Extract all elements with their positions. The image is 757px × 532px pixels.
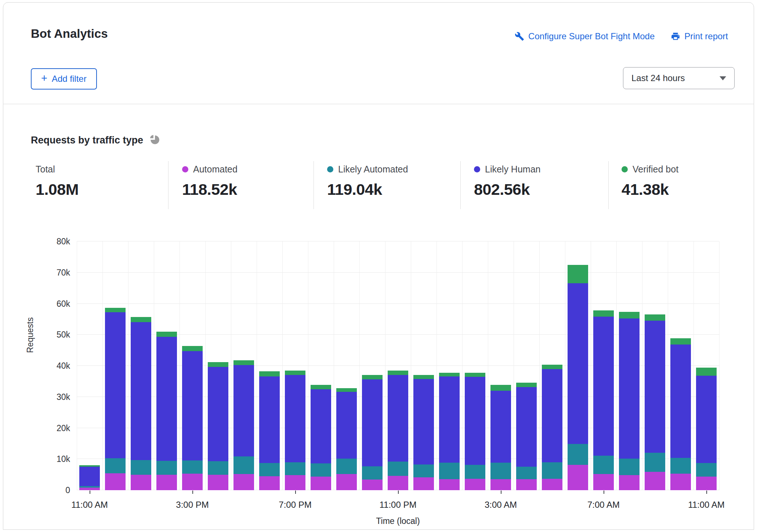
stat-likely-human-value: 802.56k — [474, 181, 540, 198]
verified-bot-segment — [285, 371, 305, 375]
y-tick-label: 70k — [37, 268, 70, 278]
likely-automated-segment — [645, 453, 665, 472]
verified-bot-segment — [645, 314, 665, 321]
automated-segment — [696, 477, 717, 490]
stacked-bar[interactable] — [593, 310, 614, 490]
likely-human-segment — [645, 321, 665, 453]
v-gridline — [359, 241, 360, 490]
likely-automated-segment — [490, 463, 511, 479]
stat-total: Total 1.08M — [36, 164, 79, 198]
time-range-dropdown[interactable]: Last 24 hours — [623, 67, 735, 89]
print-report-label: Print report — [684, 31, 728, 41]
verified-bot-segment — [516, 383, 537, 387]
automated-segment — [311, 477, 331, 490]
x-tick-mark — [398, 491, 399, 494]
likely-automated-segment — [131, 460, 151, 475]
x-tick-label: 7:00 PM — [258, 500, 332, 510]
y-tick-label: 60k — [37, 299, 70, 309]
x-tick-label: 3:00 PM — [156, 500, 229, 510]
stacked-bar[interactable] — [645, 314, 665, 490]
stacked-bar[interactable] — [233, 360, 254, 490]
likely-automated-segment — [439, 463, 460, 479]
stat-verified-bot-label: Verified bot — [633, 164, 678, 175]
x-axis-title: Time (local) — [343, 516, 453, 526]
stacked-bar[interactable] — [131, 317, 151, 490]
y-tick-label: 20k — [37, 423, 70, 433]
page-title: Bot Analytics — [31, 27, 108, 41]
stacked-bar[interactable] — [696, 368, 717, 490]
v-gridline — [308, 241, 308, 490]
likely-automated-segment — [619, 459, 640, 475]
stat-likely-human: Likely Human 802.56k — [474, 164, 540, 198]
stacked-bar[interactable] — [516, 383, 537, 490]
stacked-bar[interactable] — [336, 388, 357, 490]
verified-bot-segment — [593, 310, 614, 317]
verified-bot-segment — [105, 308, 126, 312]
stacked-bar[interactable] — [490, 385, 511, 490]
stat-automated-value: 118.52k — [182, 181, 238, 198]
stacked-bar[interactable] — [79, 465, 100, 490]
stacked-bar[interactable] — [568, 265, 588, 490]
likely-human-segment — [670, 345, 691, 458]
stat-divider — [314, 161, 314, 209]
v-gridline — [128, 241, 128, 490]
add-filter-button[interactable]: + Add filter — [31, 68, 97, 90]
likely-human-segment — [413, 379, 434, 464]
likely-human-segment — [388, 375, 408, 462]
likely-human-segment — [259, 376, 280, 463]
v-gridline — [514, 241, 514, 490]
verified-bot-segment — [542, 365, 562, 369]
v-gridline — [257, 241, 257, 490]
v-gridline — [77, 241, 77, 490]
stacked-bar[interactable] — [285, 371, 305, 490]
stacked-bar[interactable] — [542, 365, 562, 490]
printer-icon — [671, 32, 680, 41]
v-gridline — [437, 241, 437, 490]
header-actions: Configure Super Bot Fight Mode Print rep… — [515, 31, 728, 41]
automated-segment — [439, 479, 460, 491]
stacked-bar[interactable] — [156, 332, 177, 490]
stacked-bar[interactable] — [465, 373, 485, 490]
verified-bot-segment — [156, 332, 177, 337]
automated-segment — [413, 477, 434, 490]
automated-segment — [465, 479, 485, 490]
v-gridline — [334, 241, 334, 490]
x-tick-label: 3:00 AM — [464, 500, 537, 510]
stacked-bar[interactable] — [208, 362, 228, 490]
likely-automated-segment — [311, 463, 331, 477]
automated-segment — [362, 480, 383, 490]
y-tick-label: 80k — [37, 237, 70, 247]
stacked-bar[interactable] — [105, 308, 126, 490]
stat-automated: Automated 118.52k — [182, 164, 238, 198]
likely-human-segment — [542, 369, 562, 462]
stacked-bar[interactable] — [362, 375, 383, 490]
automated-segment — [79, 488, 100, 490]
likely-automated-segment — [285, 462, 305, 475]
print-report-link[interactable]: Print report — [671, 31, 728, 41]
stacked-bar[interactable] — [182, 346, 203, 490]
stacked-bar[interactable] — [259, 371, 280, 490]
stacked-bar[interactable] — [670, 338, 691, 490]
x-tick-mark — [192, 491, 193, 494]
configure-super-bot-link[interactable]: Configure Super Bot Fight Mode — [515, 31, 655, 41]
stacked-bar[interactable] — [439, 373, 460, 490]
h-gridline — [77, 303, 719, 304]
likely-automated-segment — [568, 444, 588, 465]
verified-bot-segment — [619, 312, 640, 318]
likely-human-segment — [516, 387, 537, 467]
stacked-bar[interactable] — [413, 375, 434, 490]
automated-segment — [285, 475, 305, 490]
stacked-bar[interactable] — [311, 385, 331, 490]
stacked-bar[interactable] — [619, 312, 640, 490]
header-divider — [3, 104, 754, 104]
v-gridline — [539, 241, 540, 490]
likely-human-segment — [336, 392, 357, 459]
likely-automated-segment — [516, 467, 537, 479]
y-tick-label: 0 — [37, 485, 70, 495]
automated-segment — [670, 474, 691, 490]
automated-segment — [645, 472, 665, 490]
stacked-bar[interactable] — [388, 371, 408, 490]
h-gridline — [77, 272, 719, 273]
verified-bot-segment — [388, 371, 408, 375]
x-tick-label: 11:00 AM — [53, 500, 126, 510]
